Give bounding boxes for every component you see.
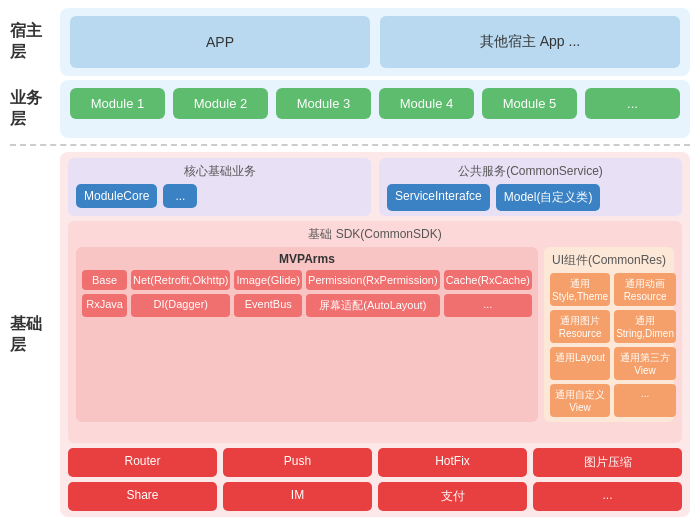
public-title: 公共服务(CommonService) (387, 163, 674, 180)
red-box-item: Router (68, 448, 217, 477)
red-box-item: ... (533, 482, 682, 511)
foundation-layer-row: 基础层 核心基础业务 ModuleCore ... 公共服务(CommonSer… (10, 152, 690, 517)
sdk-block: 基础 SDK(CommonSDK) MVPArms BaseNet(Retrof… (68, 221, 682, 443)
red-row-2: ShareIM支付... (68, 482, 682, 511)
foundation-layer-content: 核心基础业务 ModuleCore ... 公共服务(CommonService… (60, 152, 690, 517)
red-box-item: IM (223, 482, 372, 511)
module-core-box: ModuleCore (76, 184, 157, 208)
module-box: Module 5 (482, 88, 577, 119)
model-box: Model(自定义类) (496, 184, 601, 211)
module-box: Module 3 (276, 88, 371, 119)
host-layer-row: 宿主层 APP 其他宿主 App ... (10, 8, 690, 76)
mvparms-item: DI(Dagger) (131, 294, 230, 317)
core-block: 核心基础业务 ModuleCore ... (68, 158, 371, 216)
module-box: Module 2 (173, 88, 268, 119)
business-layer-label: 业务层 (10, 80, 52, 138)
core-items: ModuleCore ... (76, 184, 363, 208)
red-box-item: HotFix (378, 448, 527, 477)
business-layer-content: Module 1Module 2Module 3Module 4Module 5… (60, 80, 690, 138)
host-layer-content: APP 其他宿主 App ... (60, 8, 690, 76)
sdk-inner: MVPArms BaseNet(Retrofit,Okhttp)Image(Gl… (76, 247, 674, 422)
module-box: ... (585, 88, 680, 119)
sdk-title: 基础 SDK(CommonSDK) (76, 226, 674, 243)
host-layer-label: 宿主层 (10, 8, 52, 76)
ui-item: ... (614, 384, 676, 417)
core-title: 核心基础业务 (76, 163, 363, 180)
red-box-item: 支付 (378, 482, 527, 511)
services-row: 核心基础业务 ModuleCore ... 公共服务(CommonService… (68, 158, 682, 216)
module-box: Module 1 (70, 88, 165, 119)
red-row-1: RouterPushHotFix图片压缩 (68, 448, 682, 477)
mvparms-item: Permission(RxPermission) (306, 270, 440, 290)
ui-item: 通用Style,Theme (550, 273, 610, 306)
core-ellipsis-box: ... (163, 184, 197, 208)
mvparms-item: Image(Glide) (234, 270, 302, 290)
mvparms-item: Base (82, 270, 127, 290)
other-app-box: 其他宿主 App ... (380, 16, 680, 68)
ui-grid: 通用Style,Theme通用动画Resource通用图片Resource通用S… (550, 273, 668, 417)
mvparms-item: EventBus (234, 294, 302, 317)
mvparms-item: Cache(RxCache) (444, 270, 532, 290)
mvparms-title: MVPArms (82, 252, 532, 266)
architecture-diagram: 宿主层 APP 其他宿主 App ... 业务层 Module 1Module … (0, 0, 700, 525)
ui-block: UI组件(CommonRes) 通用Style,Theme通用动画Resourc… (544, 247, 674, 422)
module-box: Module 4 (379, 88, 474, 119)
business-layer-row: 业务层 Module 1Module 2Module 3Module 4Modu… (10, 80, 690, 138)
public-block: 公共服务(CommonService) ServiceInterafce Mod… (379, 158, 682, 216)
mvparms-item: ... (444, 294, 532, 317)
mvparms-item: RxJava (82, 294, 127, 317)
mvparms-item: Net(Retrofit,Okhttp) (131, 270, 230, 290)
service-interafce-box: ServiceInterafce (387, 184, 490, 211)
app-box: APP (70, 16, 370, 68)
ui-item: 通用String,Dimen (614, 310, 676, 343)
ui-item: 通用动画Resource (614, 273, 676, 306)
red-box-item: 图片压缩 (533, 448, 682, 477)
mvparms-item: 屏幕适配(AutoLayout) (306, 294, 440, 317)
ui-item: 通用自定义 View (550, 384, 610, 417)
ui-item: 通用图片Resource (550, 310, 610, 343)
mvparms-grid: BaseNet(Retrofit,Okhttp)Image(Glide)Perm… (82, 270, 532, 317)
public-items: ServiceInterafce Model(自定义类) (387, 184, 674, 211)
ui-item: 通用第三方 View (614, 347, 676, 380)
ui-item: 通用Layout (550, 347, 610, 380)
foundation-layer-label: 基础层 (10, 152, 52, 517)
red-box-item: Share (68, 482, 217, 511)
red-box-item: Push (223, 448, 372, 477)
layer-divider (10, 144, 690, 146)
ui-title: UI组件(CommonRes) (550, 252, 668, 269)
mvparms-block: MVPArms BaseNet(Retrofit,Okhttp)Image(Gl… (76, 247, 538, 422)
